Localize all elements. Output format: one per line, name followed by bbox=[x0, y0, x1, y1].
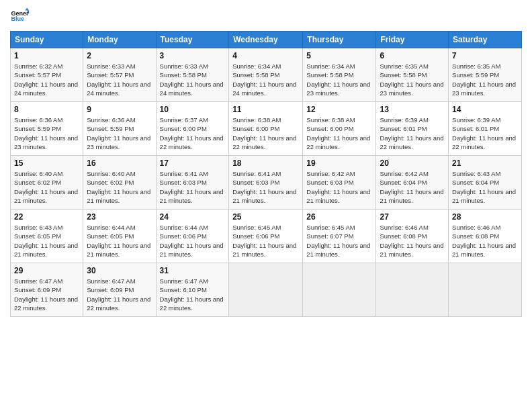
day-info: Sunrise: 6:47 AMSunset: 6:09 PMDaylight:… bbox=[87, 277, 152, 312]
calendar-week-5: 29Sunrise: 6:47 AMSunset: 6:09 PMDayligh… bbox=[11, 263, 522, 317]
table-row: 25Sunrise: 6:45 AMSunset: 6:06 PMDayligh… bbox=[229, 210, 303, 263]
calendar-week-1: 8Sunrise: 6:36 AMSunset: 5:59 PMDaylight… bbox=[11, 102, 522, 156]
day-info: Sunrise: 6:33 AMSunset: 5:58 PMDaylight:… bbox=[160, 62, 226, 97]
day-number: 3 bbox=[160, 51, 226, 60]
day-info: Sunrise: 6:43 AMSunset: 6:04 PMDaylight:… bbox=[452, 169, 518, 205]
table-row: 12Sunrise: 6:38 AMSunset: 6:00 PMDayligh… bbox=[303, 102, 376, 156]
table-row: 20Sunrise: 6:42 AMSunset: 6:04 PMDayligh… bbox=[376, 156, 449, 210]
day-info: Sunrise: 6:47 AMSunset: 6:10 PMDaylight:… bbox=[160, 277, 226, 312]
table-row: 27Sunrise: 6:46 AMSunset: 6:08 PMDayligh… bbox=[376, 210, 449, 263]
table-row: 14Sunrise: 6:39 AMSunset: 6:01 PMDayligh… bbox=[449, 102, 522, 156]
day-number: 16 bbox=[87, 158, 152, 168]
day-number: 9 bbox=[87, 105, 152, 114]
table-row: 30Sunrise: 6:47 AMSunset: 6:09 PMDayligh… bbox=[83, 263, 156, 317]
day-number: 31 bbox=[160, 266, 226, 275]
calendar-week-3: 22Sunrise: 6:43 AMSunset: 6:05 PMDayligh… bbox=[11, 210, 522, 263]
calendar-week-0: 1Sunrise: 6:32 AMSunset: 5:57 PMDaylight… bbox=[11, 48, 522, 102]
table-row: 29Sunrise: 6:47 AMSunset: 6:09 PMDayligh… bbox=[11, 263, 83, 317]
table-row: 1Sunrise: 6:32 AMSunset: 5:57 PMDaylight… bbox=[11, 48, 83, 102]
day-number: 5 bbox=[306, 51, 372, 60]
day-number: 4 bbox=[232, 51, 299, 60]
header: General Blue bbox=[10, 7, 522, 26]
table-row: 11Sunrise: 6:38 AMSunset: 6:00 PMDayligh… bbox=[229, 102, 303, 156]
svg-marker-2 bbox=[25, 7, 29, 10]
day-info: Sunrise: 6:32 AMSunset: 5:57 PMDaylight:… bbox=[14, 62, 79, 97]
day-info: Sunrise: 6:38 AMSunset: 6:00 PMDaylight:… bbox=[232, 116, 299, 151]
table-row: 21Sunrise: 6:43 AMSunset: 6:04 PMDayligh… bbox=[449, 156, 522, 210]
day-info: Sunrise: 6:38 AMSunset: 6:00 PMDaylight:… bbox=[306, 116, 372, 151]
table-row bbox=[449, 263, 522, 317]
day-info: Sunrise: 6:39 AMSunset: 6:01 PMDaylight:… bbox=[380, 116, 445, 151]
day-info: Sunrise: 6:47 AMSunset: 6:09 PMDaylight:… bbox=[14, 277, 79, 312]
table-row: 8Sunrise: 6:36 AMSunset: 5:59 PMDaylight… bbox=[11, 102, 83, 156]
table-row: 5Sunrise: 6:34 AMSunset: 5:58 PMDaylight… bbox=[303, 48, 376, 102]
table-row bbox=[376, 263, 449, 317]
day-number: 29 bbox=[14, 266, 79, 275]
day-info: Sunrise: 6:40 AMSunset: 6:02 PMDaylight:… bbox=[87, 169, 152, 205]
calendar-header-monday: Monday bbox=[83, 32, 156, 48]
day-info: Sunrise: 6:36 AMSunset: 5:59 PMDaylight:… bbox=[87, 116, 152, 151]
calendar-table: SundayMondayTuesdayWednesdayThursdayFrid… bbox=[10, 31, 522, 317]
day-info: Sunrise: 6:46 AMSunset: 6:08 PMDaylight:… bbox=[452, 223, 518, 259]
day-info: Sunrise: 6:35 AMSunset: 5:58 PMDaylight:… bbox=[380, 62, 445, 97]
day-number: 22 bbox=[14, 212, 79, 222]
day-number: 27 bbox=[380, 212, 445, 222]
day-info: Sunrise: 6:45 AMSunset: 6:07 PMDaylight:… bbox=[306, 223, 372, 259]
table-row: 13Sunrise: 6:39 AMSunset: 6:01 PMDayligh… bbox=[376, 102, 449, 156]
calendar-header-row: SundayMondayTuesdayWednesdayThursdayFrid… bbox=[11, 32, 522, 48]
day-info: Sunrise: 6:34 AMSunset: 5:58 PMDaylight:… bbox=[232, 62, 299, 97]
day-info: Sunrise: 6:41 AMSunset: 6:03 PMDaylight:… bbox=[232, 169, 299, 205]
table-row: 17Sunrise: 6:41 AMSunset: 6:03 PMDayligh… bbox=[156, 156, 229, 210]
calendar-body: 1Sunrise: 6:32 AMSunset: 5:57 PMDaylight… bbox=[11, 48, 522, 317]
table-row: 19Sunrise: 6:42 AMSunset: 6:03 PMDayligh… bbox=[303, 156, 376, 210]
day-info: Sunrise: 6:35 AMSunset: 5:59 PMDaylight:… bbox=[452, 62, 518, 97]
day-info: Sunrise: 6:37 AMSunset: 6:00 PMDaylight:… bbox=[160, 116, 226, 151]
page-container: General Blue SundayMondayTuesdayWednesda… bbox=[0, 0, 532, 324]
table-row: 3Sunrise: 6:33 AMSunset: 5:58 PMDaylight… bbox=[156, 48, 229, 102]
table-row: 6Sunrise: 6:35 AMSunset: 5:58 PMDaylight… bbox=[376, 48, 449, 102]
day-info: Sunrise: 6:33 AMSunset: 5:57 PMDaylight:… bbox=[87, 62, 152, 97]
day-info: Sunrise: 6:39 AMSunset: 6:01 PMDaylight:… bbox=[452, 116, 518, 151]
calendar-week-2: 15Sunrise: 6:40 AMSunset: 6:02 PMDayligh… bbox=[11, 156, 522, 210]
table-row: 24Sunrise: 6:44 AMSunset: 6:06 PMDayligh… bbox=[156, 210, 229, 263]
day-number: 18 bbox=[232, 158, 299, 168]
day-info: Sunrise: 6:42 AMSunset: 6:03 PMDaylight:… bbox=[306, 169, 372, 205]
table-row: 28Sunrise: 6:46 AMSunset: 6:08 PMDayligh… bbox=[449, 210, 522, 263]
day-info: Sunrise: 6:40 AMSunset: 6:02 PMDaylight:… bbox=[14, 169, 79, 205]
calendar-header-thursday: Thursday bbox=[303, 32, 376, 48]
table-row: 16Sunrise: 6:40 AMSunset: 6:02 PMDayligh… bbox=[83, 156, 156, 210]
day-number: 24 bbox=[160, 212, 226, 222]
table-row: 15Sunrise: 6:40 AMSunset: 6:02 PMDayligh… bbox=[11, 156, 83, 210]
table-row: 10Sunrise: 6:37 AMSunset: 6:00 PMDayligh… bbox=[156, 102, 229, 156]
day-number: 19 bbox=[306, 158, 372, 168]
day-info: Sunrise: 6:45 AMSunset: 6:06 PMDaylight:… bbox=[232, 223, 299, 259]
svg-text:Blue: Blue bbox=[11, 15, 24, 22]
day-number: 23 bbox=[87, 212, 152, 222]
day-number: 7 bbox=[452, 51, 518, 60]
day-number: 12 bbox=[306, 105, 372, 114]
table-row: 31Sunrise: 6:47 AMSunset: 6:10 PMDayligh… bbox=[156, 263, 229, 317]
day-number: 30 bbox=[87, 266, 152, 275]
calendar-header-friday: Friday bbox=[376, 32, 449, 48]
calendar-header-sunday: Sunday bbox=[11, 32, 83, 48]
day-info: Sunrise: 6:44 AMSunset: 6:05 PMDaylight:… bbox=[87, 223, 152, 259]
day-info: Sunrise: 6:43 AMSunset: 6:05 PMDaylight:… bbox=[14, 223, 79, 259]
table-row: 23Sunrise: 6:44 AMSunset: 6:05 PMDayligh… bbox=[83, 210, 156, 263]
table-row bbox=[303, 263, 376, 317]
day-number: 26 bbox=[306, 212, 372, 222]
day-info: Sunrise: 6:41 AMSunset: 6:03 PMDaylight:… bbox=[160, 169, 226, 205]
calendar-header-wednesday: Wednesday bbox=[229, 32, 303, 48]
day-info: Sunrise: 6:36 AMSunset: 5:59 PMDaylight:… bbox=[14, 116, 79, 151]
day-number: 28 bbox=[452, 212, 518, 222]
day-number: 8 bbox=[14, 105, 79, 114]
day-number: 15 bbox=[14, 158, 79, 168]
calendar-header-tuesday: Tuesday bbox=[156, 32, 229, 48]
day-number: 21 bbox=[452, 158, 518, 168]
table-row: 7Sunrise: 6:35 AMSunset: 5:59 PMDaylight… bbox=[449, 48, 522, 102]
table-row: 4Sunrise: 6:34 AMSunset: 5:58 PMDaylight… bbox=[229, 48, 303, 102]
day-number: 11 bbox=[232, 105, 299, 114]
table-row: 2Sunrise: 6:33 AMSunset: 5:57 PMDaylight… bbox=[83, 48, 156, 102]
day-info: Sunrise: 6:44 AMSunset: 6:06 PMDaylight:… bbox=[160, 223, 226, 259]
day-number: 1 bbox=[14, 51, 79, 60]
table-row: 22Sunrise: 6:43 AMSunset: 6:05 PMDayligh… bbox=[11, 210, 83, 263]
